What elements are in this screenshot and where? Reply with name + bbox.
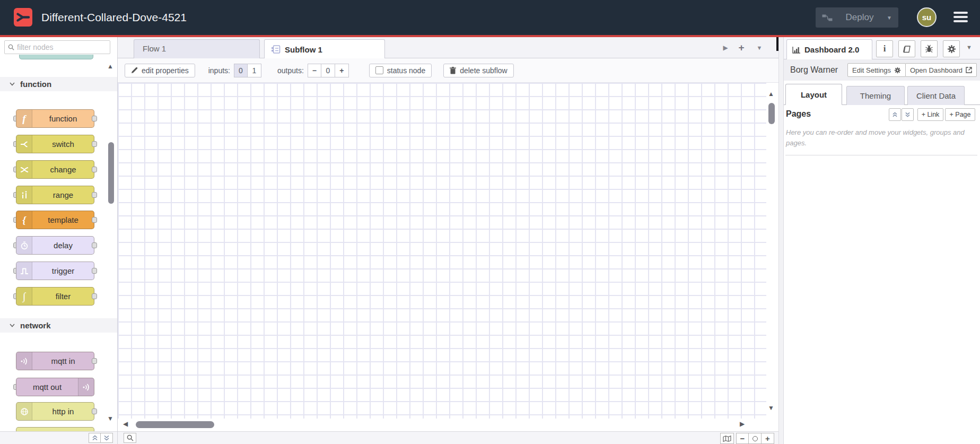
- delete-subflow-button[interactable]: delete subflow: [443, 64, 514, 77]
- edit-settings-button[interactable]: Edit Settings: [847, 63, 906, 77]
- tab-dashboard-2[interactable]: Dashboard 2.0: [786, 39, 872, 59]
- canvas-hscrollbar-thumb[interactable]: [136, 421, 214, 428]
- move-up-button[interactable]: [889, 108, 901, 121]
- dashboard-subtabs: Layout Theming Client Data: [784, 84, 980, 105]
- trash-icon: [450, 67, 456, 74]
- wifi-icon: [78, 378, 94, 396]
- zoom-out-button[interactable]: −: [736, 433, 749, 444]
- zoom-reset-button[interactable]: [749, 433, 762, 444]
- palette-node-switch[interactable]: switch: [13, 135, 97, 153]
- outputs-value: 0: [321, 64, 335, 77]
- palette-node-delay[interactable]: delay: [13, 236, 97, 255]
- inputs-option-1[interactable]: 1: [248, 64, 261, 77]
- canvas-grid[interactable]: [118, 83, 766, 419]
- scroll-down-icon[interactable]: ▼: [107, 415, 113, 422]
- filter-icon: ∫: [16, 288, 32, 305]
- add-flow-icon[interactable]: +: [736, 37, 747, 58]
- partially-scrolled-node[interactable]: [16, 427, 94, 431]
- double-chevron-up-icon: [892, 112, 898, 117]
- node-label: http in: [32, 403, 94, 420]
- pages-section-title: Pages: [786, 109, 811, 119]
- palette-node-http-in[interactable]: http in: [13, 402, 97, 421]
- palette-node-change[interactable]: change: [13, 160, 97, 179]
- outputs-decrease-button[interactable]: −: [308, 64, 321, 77]
- canvas-scroll-up-icon[interactable]: ▲: [768, 90, 774, 98]
- search-flows-button[interactable]: [124, 433, 136, 443]
- help-docs-button[interactable]: [898, 40, 915, 57]
- inputs-option-0[interactable]: 0: [234, 64, 248, 77]
- palette-filter[interactable]: [4, 40, 110, 54]
- status-node-checkbox[interactable]: [375, 66, 383, 74]
- debug-button[interactable]: [921, 40, 938, 57]
- chevron-down-icon: [10, 324, 15, 327]
- node-output-port[interactable]: [92, 408, 97, 414]
- palette-node-trigger[interactable]: trigger: [13, 262, 97, 280]
- tab-layout[interactable]: Layout: [785, 84, 842, 105]
- node-output-port[interactable]: [92, 167, 97, 172]
- next-tab-icon[interactable]: ▶: [720, 37, 731, 58]
- workspace-title: Different-Collared-Dove-4521: [41, 0, 187, 35]
- main-menu-button[interactable]: [953, 12, 968, 24]
- move-down-button[interactable]: [902, 108, 914, 121]
- palette-expand-all-button[interactable]: [101, 433, 113, 443]
- node-output-port[interactable]: [92, 293, 97, 299]
- palette-scrollbar-thumb[interactable]: [108, 142, 114, 204]
- node-label: range: [32, 186, 94, 204]
- node-output-port[interactable]: [92, 268, 97, 274]
- tab-flow-1[interactable]: Flow 1: [134, 39, 260, 58]
- sidebar-menu-caret-icon[interactable]: ▼: [966, 44, 972, 50]
- partially-scrolled-node[interactable]: [19, 55, 93, 59]
- scroll-up-icon[interactable]: ▲: [107, 63, 113, 70]
- tab-theming[interactable]: Theming: [846, 86, 905, 105]
- sidebar-splitter[interactable]: [778, 37, 784, 444]
- node-output-port[interactable]: [92, 192, 97, 198]
- canvas-scroll-down-icon[interactable]: ▼: [768, 404, 774, 412]
- outputs-label: outputs:: [277, 66, 304, 75]
- palette-node-range[interactable]: range: [13, 186, 97, 204]
- add-page-button[interactable]: + Page: [945, 108, 975, 121]
- flow-list-caret-icon[interactable]: ▼: [754, 37, 765, 58]
- palette-node-mqtt-in[interactable]: mqtt in: [13, 352, 97, 370]
- palette-node-template[interactable]: { template: [13, 211, 97, 229]
- deploy-caret-icon[interactable]: ▼: [887, 15, 892, 21]
- settings-button[interactable]: [943, 40, 960, 57]
- trigger-pulse-icon: [16, 262, 32, 280]
- category-network[interactable]: network: [0, 318, 117, 333]
- node-output-port[interactable]: [92, 217, 97, 223]
- external-link-icon: [966, 67, 972, 73]
- outputs-increase-button[interactable]: +: [335, 64, 349, 77]
- tab-subflow-1[interactable]: Subflow 1: [264, 39, 385, 59]
- deploy-button[interactable]: Deploy ▼: [816, 7, 898, 28]
- node-output-port[interactable]: [92, 116, 97, 121]
- palette-node-function[interactable]: f function: [13, 109, 97, 128]
- palette-collapse-all-button[interactable]: [89, 433, 101, 443]
- open-dashboard-button[interactable]: Open Dashboard: [905, 63, 977, 77]
- zoom-in-button[interactable]: +: [762, 433, 774, 444]
- category-function[interactable]: function: [0, 77, 117, 91]
- pencil-icon: [131, 67, 138, 74]
- canvas-scroll-right-icon[interactable]: ▶: [740, 420, 745, 428]
- map-icon: [723, 436, 731, 442]
- function-icon: f: [16, 110, 32, 127]
- open-dashboard-label: Open Dashboard: [910, 66, 962, 74]
- palette-node-filter[interactable]: ∫ filter: [13, 287, 97, 306]
- tab-client-data[interactable]: Client Data: [907, 86, 965, 105]
- node-output-port[interactable]: [92, 141, 97, 147]
- canvas-vscrollbar-thumb[interactable]: [768, 103, 775, 124]
- filter-nodes-input[interactable]: [17, 43, 102, 51]
- node-output-port[interactable]: [92, 242, 97, 248]
- minimap-button[interactable]: [720, 433, 734, 444]
- node-palette: function f function switch change: [0, 37, 118, 444]
- edit-properties-button[interactable]: edit properties: [125, 64, 195, 77]
- info-button[interactable]: i: [876, 40, 893, 57]
- status-node-button[interactable]: status node: [369, 64, 432, 77]
- add-link-button[interactable]: + Link: [917, 108, 943, 121]
- globe-icon: [16, 403, 32, 420]
- change-icon: [16, 161, 32, 178]
- bug-icon: [925, 45, 933, 53]
- inputs-label: inputs:: [208, 66, 230, 75]
- canvas-scroll-left-icon[interactable]: ◀: [123, 420, 128, 428]
- palette-node-mqtt-out[interactable]: mqtt out: [13, 378, 97, 396]
- node-output-port[interactable]: [92, 358, 97, 364]
- user-avatar[interactable]: su: [917, 7, 937, 27]
